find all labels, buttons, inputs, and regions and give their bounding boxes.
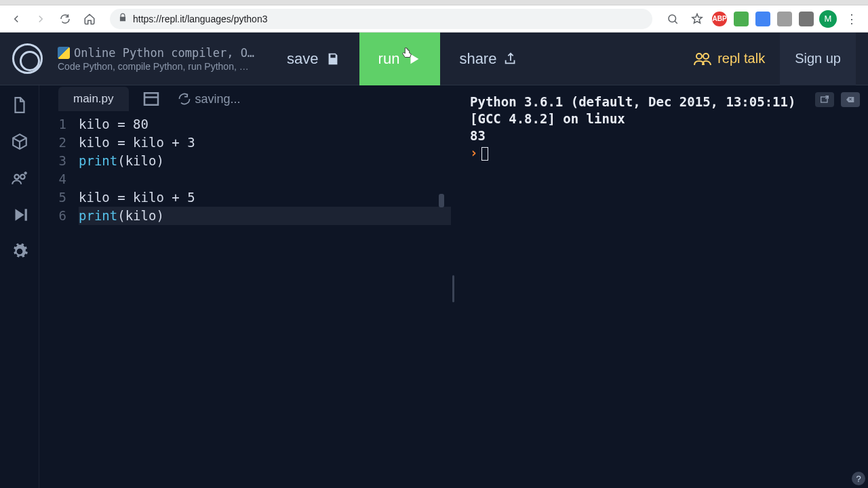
debugger-icon[interactable]	[11, 206, 28, 224]
scrollbar-thumb[interactable]	[439, 194, 444, 207]
splitter-handle-icon	[452, 275, 454, 302]
saving-label: saving...	[195, 92, 241, 106]
extension-icons: ABP	[712, 12, 814, 26]
home-button[interactable]	[80, 9, 99, 28]
left-sidebar	[0, 85, 39, 488]
repl-talk-button[interactable]: repl talk	[678, 33, 780, 85]
svg-point-2	[703, 54, 709, 59]
python-icon	[58, 47, 70, 59]
lock-icon	[118, 13, 127, 24]
help-button[interactable]: ?	[852, 472, 865, 485]
zoom-icon[interactable]	[663, 9, 682, 28]
browser-toolbar: https://repl.it/languages/python3 ABP M …	[0, 5, 868, 33]
terminal-panel: Python 3.6.1 (default, Dec 2015, 13:05:1…	[456, 85, 868, 488]
editor-panel: main.py saving... 123456 kilo = 80kilo =…	[39, 85, 451, 488]
title-block: Online Python compiler, O… Code Python, …	[58, 46, 254, 72]
share-button[interactable]: share	[440, 33, 537, 85]
code-lines[interactable]: kilo = 80kilo = kilo + 3print(kilo)kilo …	[79, 115, 451, 488]
share-icon	[503, 52, 518, 66]
address-bar[interactable]: https://repl.it/languages/python3	[110, 9, 652, 29]
svg-point-1	[696, 54, 702, 59]
people-icon	[693, 52, 712, 66]
back-button[interactable]	[7, 9, 26, 28]
share-label: share	[459, 50, 496, 68]
abp-extension-icon[interactable]: ABP	[712, 12, 727, 26]
saving-indicator: saving...	[178, 92, 241, 106]
save-label: save	[287, 50, 318, 68]
extension-icon[interactable]	[734, 12, 749, 26]
line-gutter: 123456	[39, 115, 79, 488]
code-editor[interactable]: 123456 kilo = 80kilo = kilo + 3print(kil…	[39, 113, 451, 488]
browser-menu-icon[interactable]: ⋮	[842, 9, 861, 28]
save-button[interactable]: save	[268, 33, 359, 85]
multiplayer-icon[interactable]	[11, 169, 28, 187]
app-header: Online Python compiler, O… Code Python, …	[0, 33, 868, 85]
reload-button[interactable]	[56, 9, 75, 28]
repl-talk-label: repl talk	[717, 51, 765, 66]
packages-icon[interactable]	[11, 133, 28, 150]
terminal-toolbar	[815, 92, 860, 107]
cursor-icon	[399, 46, 414, 61]
editor-tab-row: main.py saving...	[39, 85, 451, 113]
svg-rect-6	[144, 93, 158, 105]
signup-button[interactable]: Sign up	[780, 33, 856, 85]
extension-icon[interactable]	[755, 12, 770, 26]
files-icon[interactable]	[11, 96, 28, 114]
svg-point-4	[20, 175, 25, 180]
svg-point-3	[14, 175, 19, 180]
terminal-clear-icon[interactable]	[841, 92, 860, 107]
main-area: main.py saving... 123456 kilo = 80kilo =…	[0, 85, 868, 488]
signup-label: Sign up	[795, 51, 841, 66]
layout-icon[interactable]	[141, 89, 161, 109]
header-actions: save run share	[268, 33, 537, 85]
run-label: run	[378, 50, 400, 68]
profile-avatar[interactable]: M	[819, 10, 837, 28]
header-right: repl talk Sign up	[678, 33, 856, 85]
browser-tab-strip	[0, 0, 868, 5]
page-subtitle: Code Python, compile Python, run Python,…	[58, 61, 254, 72]
url-text: https://repl.it/languages/python3	[133, 14, 267, 24]
extension-icon[interactable]	[777, 12, 792, 26]
page-title: Online Python compiler, O…	[74, 46, 254, 60]
run-button[interactable]: run	[359, 33, 441, 85]
svg-rect-5	[24, 209, 26, 220]
svg-point-0	[669, 15, 676, 22]
forward-button[interactable]	[31, 9, 50, 28]
save-icon	[326, 52, 340, 66]
file-tab[interactable]: main.py	[58, 87, 129, 111]
replit-logo[interactable]	[12, 43, 43, 74]
terminal-popout-icon[interactable]	[815, 92, 834, 107]
settings-icon[interactable]	[11, 243, 28, 260]
refresh-icon	[178, 92, 191, 106]
extension-icon[interactable]	[799, 12, 814, 26]
bookmark-star-icon[interactable]	[688, 9, 707, 28]
panel-splitter[interactable]	[451, 85, 456, 488]
terminal-output[interactable]: Python 3.6.1 (default, Dec 2015, 13:05:1…	[456, 85, 868, 169]
